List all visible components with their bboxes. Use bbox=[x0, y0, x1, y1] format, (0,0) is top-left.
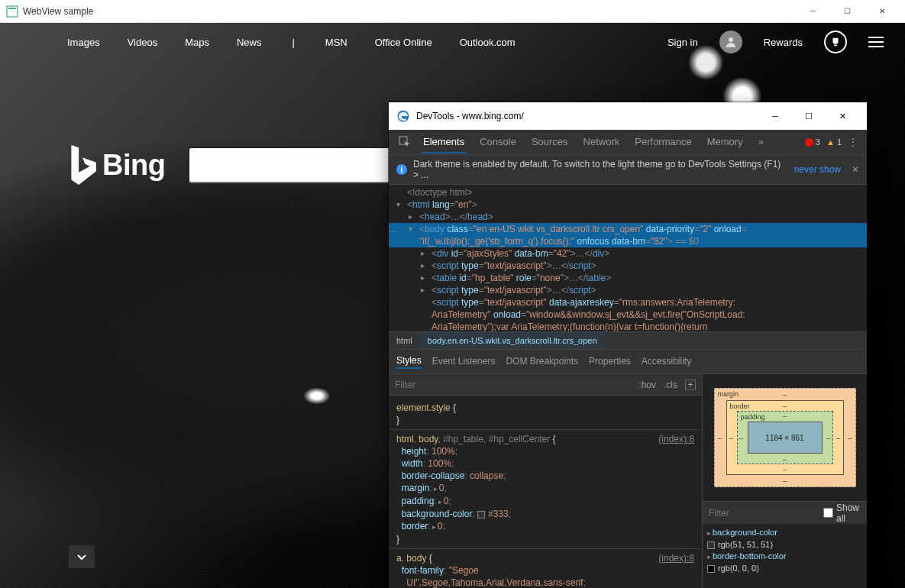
app-icon bbox=[6, 5, 18, 18]
svg-point-2 bbox=[729, 37, 733, 42]
crumb-html[interactable]: html bbox=[389, 332, 420, 349]
info-bar: i Dark theme is enabled by default. To s… bbox=[389, 155, 867, 185]
dt-close[interactable]: ✕ bbox=[826, 102, 859, 130]
stab-listeners[interactable]: Event Listeners bbox=[432, 356, 496, 368]
dom-breadcrumb[interactable]: html body.en.en-US.wkit.vs_darkscroll.lt… bbox=[389, 331, 867, 350]
hov-toggle[interactable]: :hov bbox=[638, 380, 656, 390]
inspect-icon[interactable] bbox=[393, 133, 416, 151]
info-close-icon[interactable]: ✕ bbox=[852, 164, 859, 175]
css-source-link[interactable]: (index):8 bbox=[658, 552, 694, 564]
info-link[interactable]: never show bbox=[794, 164, 841, 175]
tab-network[interactable]: Network bbox=[581, 131, 622, 153]
chevron-down-icon[interactable] bbox=[69, 545, 95, 568]
nav-videos[interactable]: Videos bbox=[128, 37, 158, 48]
nav-outlook[interactable]: Outlook.com bbox=[460, 37, 516, 48]
win-minimize[interactable]: ─ bbox=[796, 0, 830, 23]
styles-panel[interactable]: element.style { } (index):8 html, body, … bbox=[389, 396, 702, 588]
stab-accessibility[interactable]: Accessibility bbox=[642, 356, 691, 368]
signin-link[interactable]: Sign in bbox=[667, 37, 698, 48]
devtools-title: DevTools - www.bing.com/ bbox=[416, 111, 524, 121]
dom-tree[interactable]: <!doctype html> <html lang="en"> <head>…… bbox=[389, 185, 867, 331]
toolbar-more-icon[interactable]: ⋮ bbox=[848, 136, 859, 148]
devtools-titlebar: DevTools - www.bing.com/ ─ ☐ ✕ bbox=[389, 102, 867, 130]
computed-list[interactable]: background-color rgb(51, 51, 51) border-… bbox=[703, 524, 867, 588]
new-rule-icon[interactable]: + bbox=[685, 380, 696, 390]
tab-elements[interactable]: Elements bbox=[421, 131, 467, 153]
nav-maps[interactable]: Maps bbox=[185, 37, 209, 48]
edge-icon bbox=[396, 109, 410, 123]
dom-line: <head>…</head> bbox=[389, 211, 867, 223]
bing-logo: Bing bbox=[67, 145, 165, 185]
tab-more[interactable]: » bbox=[756, 131, 766, 153]
dom-line: <!doctype html> bbox=[389, 186, 867, 199]
info-text: Dark theme is enabled by default. To swi… bbox=[413, 159, 788, 180]
stab-styles[interactable]: Styles bbox=[396, 355, 422, 369]
crumb-body[interactable]: body.en.en-US.wkit.vs_darkscroll.ltr.crs… bbox=[420, 332, 605, 349]
dom-line: <script type="text/javascript" data-ajax… bbox=[389, 296, 867, 309]
win-maximize[interactable]: ☐ bbox=[830, 0, 865, 23]
bing-logo-icon bbox=[67, 145, 98, 185]
computed-filter-input[interactable] bbox=[709, 508, 823, 519]
nav-office[interactable]: Office Online bbox=[375, 37, 432, 48]
styles-filter-input[interactable] bbox=[395, 380, 638, 390]
dom-line: AriaTelemetry");var AriaTelemetry;(funct… bbox=[389, 321, 867, 331]
dom-line-selected: "if(_w.lb)lb();_ge('sb_form_q').focus();… bbox=[389, 235, 867, 247]
dom-line: AriaTelemetry" onload="window&&window.sj… bbox=[389, 309, 867, 321]
warnings-badge[interactable]: ▲1 bbox=[826, 137, 842, 147]
tab-sources[interactable]: Sources bbox=[529, 131, 570, 153]
dom-line: <script type="text/javascript">…</script… bbox=[389, 260, 867, 272]
dom-line-selected: <body class="en en-US wkit vs_darkscroll… bbox=[389, 223, 867, 235]
hamburger-icon[interactable] bbox=[868, 33, 887, 51]
box-model[interactable]: margin – – – – border – – – – padding – bbox=[703, 374, 867, 501]
stab-breakpoints[interactable]: DOM Breakpoints bbox=[506, 356, 578, 368]
app-titlebar: WebView sample ─ ☐ ✕ bbox=[0, 0, 905, 23]
app-title: WebView sample bbox=[23, 6, 93, 17]
stab-properties[interactable]: Properties bbox=[589, 356, 631, 368]
nav-news[interactable]: News bbox=[237, 37, 262, 48]
dt-maximize[interactable]: ☐ bbox=[792, 102, 826, 130]
nav-divider: | bbox=[292, 37, 294, 48]
avatar-icon[interactable] bbox=[719, 31, 742, 53]
styles-filter-row: :hov .cls + bbox=[389, 374, 702, 396]
errors-badge[interactable]: 3 bbox=[805, 137, 820, 147]
showall-toggle[interactable]: Show all bbox=[823, 502, 861, 524]
tab-console[interactable]: Console bbox=[477, 131, 519, 153]
nav-msn[interactable]: MSN bbox=[325, 37, 347, 48]
dt-minimize[interactable]: ─ bbox=[758, 102, 792, 130]
cls-toggle[interactable]: .cls bbox=[664, 380, 677, 390]
info-icon: i bbox=[396, 164, 407, 175]
dom-line: <div id="ajaxStyles" data-bm="42">…</div… bbox=[389, 247, 867, 260]
styles-tabs: Styles Event Listeners DOM Breakpoints P… bbox=[389, 350, 867, 374]
dom-line: <table id="hp_table" role="none">…</tabl… bbox=[389, 272, 867, 284]
bing-logo-text: Bing bbox=[102, 149, 165, 182]
tab-performance[interactable]: Performance bbox=[632, 131, 693, 153]
computed-filter-row: Show all bbox=[703, 501, 867, 524]
bing-topbar: Images Videos Maps News | MSN Office Onl… bbox=[0, 23, 905, 61]
dom-line: <script type="text/javascript">…</script… bbox=[389, 284, 867, 296]
devtools-window: DevTools - www.bing.com/ ─ ☐ ✕ Elements … bbox=[389, 102, 867, 588]
css-source-link[interactable]: (index):8 bbox=[658, 433, 694, 445]
svg-rect-1 bbox=[8, 8, 16, 9]
nav-images[interactable]: Images bbox=[67, 37, 100, 48]
tab-memory[interactable]: Memory bbox=[705, 131, 745, 153]
dom-line: <html lang="en"> bbox=[389, 199, 867, 211]
rewards-icon[interactable] bbox=[824, 31, 847, 53]
devtools-toolbar: Elements Console Sources Network Perform… bbox=[389, 130, 867, 155]
box-content: 1184 × 861 bbox=[748, 422, 823, 454]
win-close[interactable]: ✕ bbox=[865, 0, 899, 23]
rewards-link[interactable]: Rewards bbox=[764, 37, 803, 48]
